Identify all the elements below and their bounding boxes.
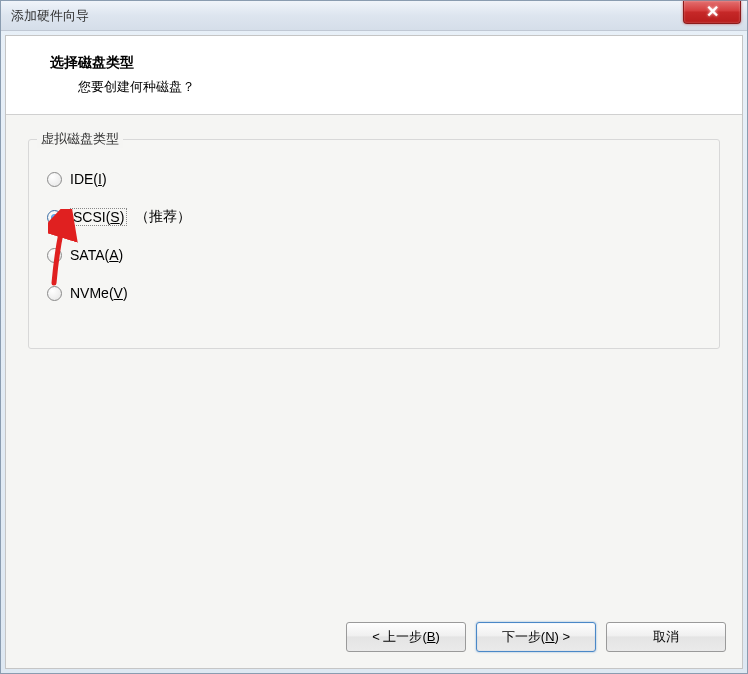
radio-icon[interactable]	[47, 172, 62, 187]
close-button[interactable]: ✕	[683, 1, 741, 24]
recommend-label: （推荐）	[135, 208, 191, 226]
group-legend: 虚拟磁盘类型	[37, 130, 123, 148]
radio-icon[interactable]	[47, 210, 62, 225]
wizard-window: 添加硬件向导 ✕ 选择磁盘类型 您要创建何种磁盘？ 虚拟磁盘类型 IDE(I)	[0, 0, 748, 674]
content-area: 选择磁盘类型 您要创建何种磁盘？ 虚拟磁盘类型 IDE(I) SCSI(S)	[5, 35, 743, 669]
radio-nvme[interactable]: NVMe(V)	[47, 282, 701, 304]
page-title: 选择磁盘类型	[50, 54, 718, 72]
window-title: 添加硬件向导	[11, 7, 89, 25]
radio-label-sata[interactable]: SATA(A)	[70, 247, 123, 263]
radio-label-ide[interactable]: IDE(I)	[70, 171, 107, 187]
radio-sata[interactable]: SATA(A)	[47, 244, 701, 266]
radio-label-nvme[interactable]: NVMe(V)	[70, 285, 128, 301]
cancel-button[interactable]: 取消	[606, 622, 726, 652]
radio-label-scsi[interactable]: SCSI(S)	[70, 208, 127, 226]
titlebar: 添加硬件向导 ✕	[1, 1, 747, 31]
radio-scsi[interactable]: SCSI(S) （推荐）	[47, 206, 701, 228]
disk-type-group: 虚拟磁盘类型 IDE(I) SCSI(S) （推荐）	[28, 139, 720, 349]
close-icon: ✕	[706, 4, 719, 20]
radio-ide[interactable]: IDE(I)	[47, 168, 701, 190]
radio-dot-icon	[51, 214, 58, 221]
next-button[interactable]: 下一步(N) >	[476, 622, 596, 652]
button-row: < 上一步(B) 下一步(N) > 取消	[6, 612, 742, 668]
page-subtitle: 您要创建何种磁盘？	[78, 78, 718, 96]
header-panel: 选择磁盘类型 您要创建何种磁盘？	[6, 36, 742, 115]
radio-icon[interactable]	[47, 286, 62, 301]
radio-icon[interactable]	[47, 248, 62, 263]
body-panel: 虚拟磁盘类型 IDE(I) SCSI(S) （推荐）	[6, 115, 742, 612]
back-button[interactable]: < 上一步(B)	[346, 622, 466, 652]
